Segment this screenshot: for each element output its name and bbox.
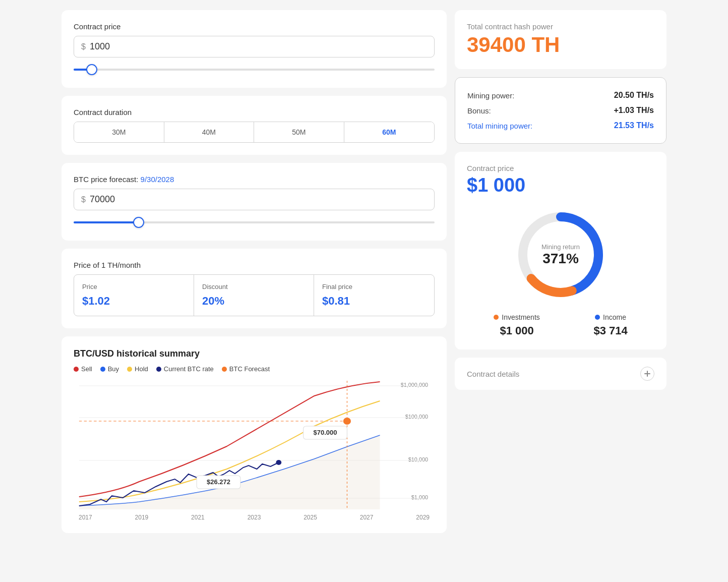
svg-text:$70.000: $70.000	[314, 429, 337, 436]
final-price-cell: Final price $0.81	[314, 275, 434, 316]
btc-slider-fill	[74, 221, 139, 223]
chart-title: BTC/USD historical summary	[74, 348, 435, 359]
donut-center: Mining return 371%	[541, 243, 580, 267]
income-label-wrap: Income	[593, 313, 627, 321]
cp-value: $1 000	[467, 174, 654, 196]
price-slider-track	[74, 69, 435, 71]
price-input-box: $	[74, 36, 435, 57]
income-item: Income $3 714	[593, 313, 627, 337]
btc-forecast-date[interactable]: 9/30/2028	[141, 175, 174, 184]
contract-details-expand-icon[interactable]	[640, 367, 654, 381]
final-price-value: $0.81	[322, 295, 426, 308]
discount-cell-value: 20%	[202, 295, 306, 308]
current-btc-label: Current BTC rate	[164, 365, 214, 373]
svg-point-9	[276, 460, 281, 465]
cp-label: Contract price	[467, 164, 654, 172]
contract-details-row[interactable]: Contract details	[455, 358, 666, 390]
donut-value: 371%	[541, 251, 580, 267]
donut-label: Mining return	[541, 243, 580, 251]
x-label-2019: 2019	[135, 514, 149, 521]
x-label-2025: 2025	[304, 514, 317, 521]
svg-text:$1,000: $1,000	[411, 495, 428, 500]
dollar-sign: $	[81, 42, 86, 51]
btc-forecast-label: BTC price forecast: 9/30/2028	[74, 175, 435, 184]
contract-details-label: Contract details	[467, 370, 519, 378]
x-label-2021: 2021	[191, 514, 205, 521]
price-table: Price $1.02 Discount 20% Final price $0.…	[74, 274, 435, 316]
bonus-row: Bonus: +1.03 TH/s	[467, 103, 654, 118]
income-dot	[595, 315, 600, 320]
bonus-label: Bonus:	[467, 106, 491, 115]
duration-30m[interactable]: 30M	[74, 122, 164, 142]
mining-power-value: 20.50 TH/s	[614, 91, 654, 100]
x-label-2027: 2027	[360, 514, 374, 521]
x-label-2023: 2023	[248, 514, 261, 521]
hold-label: Hold	[135, 365, 148, 373]
plus-icon	[643, 370, 651, 378]
btc-price-input-box: $	[74, 189, 435, 210]
mining-info-card: Mining power: 20.50 TH/s Bonus: +1.03 TH…	[455, 77, 666, 144]
contract-price-label: Contract price	[74, 22, 435, 31]
bonus-value: +1.03 TH/s	[614, 106, 654, 115]
contract-duration-card: Contract duration 30M 40M 50M 60M	[62, 96, 447, 155]
investments-label-wrap: Investments	[494, 313, 539, 321]
contract-duration-label: Contract duration	[74, 108, 435, 117]
legend-buy: Buy	[100, 365, 119, 373]
donut-container: Mining return 371%	[467, 204, 654, 305]
price-th-card: Price of 1 TH/month Price $1.02 Discount…	[62, 249, 447, 328]
legend-sell: Sell	[74, 365, 92, 373]
contract-price-card: Contract price $	[62, 10, 447, 88]
btc-slider-thumb[interactable]	[133, 217, 144, 228]
buy-label: Buy	[108, 365, 119, 373]
chart-svg: $1,000,000 $100,000 $10,000 $1,000	[74, 381, 435, 512]
sell-dot	[74, 367, 79, 372]
investments-label: Investments	[502, 313, 539, 321]
total-mining-row: Total mining power: 21.53 TH/s	[467, 118, 654, 133]
x-label-2017: 2017	[79, 514, 92, 521]
btc-dollar-sign: $	[81, 195, 86, 204]
duration-40m[interactable]: 40M	[164, 122, 255, 142]
duration-60m[interactable]: 60M	[344, 122, 435, 142]
investments-value: $1 000	[494, 324, 539, 337]
btc-forecast-legend-label: BTC Forecast	[229, 365, 270, 373]
price-cell-label: Price	[82, 283, 186, 290]
svg-text:$10,000: $10,000	[408, 457, 428, 462]
hash-card: Total contract hash power 39400 TH	[455, 10, 666, 69]
duration-50m[interactable]: 50M	[254, 122, 344, 142]
hash-card-label: Total contract hash power	[467, 22, 654, 31]
buy-dot	[100, 367, 105, 372]
chart-x-labels: 2017 2019 2021 2023 2025 2027 2029	[74, 514, 435, 521]
legend-hold: Hold	[127, 365, 148, 373]
btc-price-input[interactable]	[90, 194, 427, 205]
sell-label: Sell	[81, 365, 92, 373]
btc-forecast-card: BTC price forecast: 9/30/2028 $	[62, 163, 447, 241]
discount-cell-label: Discount	[202, 283, 306, 290]
price-slider-container[interactable]	[74, 64, 435, 76]
final-price-label: Final price	[322, 283, 426, 290]
btc-forecast-dot	[222, 367, 227, 372]
svg-text:$1,000,000: $1,000,000	[401, 382, 428, 388]
svg-text:$100,000: $100,000	[405, 414, 428, 420]
chart-legend: Sell Buy Hold Current BTC rate BTC Forec…	[74, 365, 435, 373]
price-cell: Price $1.02	[74, 275, 194, 316]
price-slider-thumb[interactable]	[86, 64, 97, 75]
total-mining-value: 21.53 TH/s	[614, 121, 654, 130]
investments-dot	[494, 315, 499, 320]
discount-cell: Discount 20%	[194, 275, 314, 316]
hash-value: 39400 TH	[467, 33, 654, 57]
btc-slider-track	[74, 221, 435, 223]
total-mining-label: Total mining power:	[467, 122, 532, 130]
btc-slider-container[interactable]	[74, 216, 435, 228]
price-cell-value: $1.02	[82, 295, 186, 308]
x-label-2029: 2029	[416, 514, 430, 521]
chart-card: BTC/USD historical summary Sell Buy Hold…	[62, 336, 447, 533]
legend-current-btc: Current BTC rate	[156, 365, 214, 373]
price-input[interactable]	[90, 41, 427, 52]
hold-dot	[127, 367, 132, 372]
current-btc-dot	[156, 367, 161, 372]
price-th-label: Price of 1 TH/month	[74, 261, 435, 269]
mining-power-label: Mining power:	[467, 91, 514, 100]
income-value: $3 714	[593, 324, 627, 337]
income-label: Income	[603, 313, 626, 321]
legend-btc-forecast: BTC Forecast	[222, 365, 270, 373]
